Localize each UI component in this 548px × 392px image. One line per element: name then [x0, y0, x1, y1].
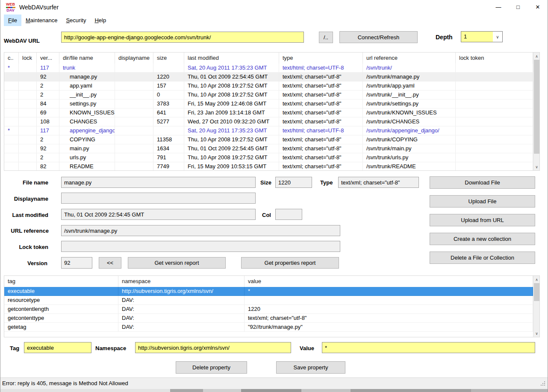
connect-refresh-button[interactable]: Connect/Refresh [339, 31, 418, 43]
cell-collection [4, 153, 19, 162]
tag-input[interactable] [24, 342, 91, 353]
table-row[interactable]: 82README7749Fri, 15 May 2009 10:53:15 GM… [4, 162, 533, 170]
table-row[interactable]: 92main.py1634Thu, 01 Oct 2009 22:54:45 G… [4, 144, 533, 153]
download-file-button[interactable]: Download File [430, 176, 535, 189]
table-row[interactable]: 69KNOWN_ISSUES641Fri, 23 Jan 2009 13:14:… [4, 108, 533, 117]
cell-value: * [245, 287, 533, 296]
resize-grip[interactable] [544, 385, 545, 386]
file-name-field[interactable] [61, 177, 256, 188]
properties-table-header[interactable]: tagnamespacevalue [4, 276, 533, 287]
menu-item-security[interactable]: Security [62, 15, 90, 26]
maximize-icon[interactable]: □ [508, 0, 528, 14]
properties-table-body: executablehttp://subversion.tigris.org/x… [4, 287, 533, 332]
scroll-down-icon[interactable]: ∨ [533, 330, 540, 337]
column-header-lock-token[interactable]: lock token [456, 53, 533, 64]
cell-size [153, 64, 184, 73]
cell-url: /svn/trunk/__init__.py [363, 91, 456, 99]
previous-version-button[interactable]: << [99, 257, 121, 269]
namespace-input[interactable] [135, 342, 291, 353]
scrollbar-thumb[interactable] [534, 60, 539, 154]
table-row[interactable]: 108CHANGES5277Wed, 27 Oct 2010 09:32:20 … [4, 117, 533, 126]
table-row[interactable]: 92manage.py1220Thu, 01 Oct 2009 22:54:45… [4, 73, 533, 82]
cell-tag: getetag [4, 323, 118, 332]
upload-from-url-button[interactable]: Upload from URL [430, 214, 535, 226]
get-version-report-button[interactable]: Get version report [128, 257, 226, 269]
cell-lock [19, 117, 37, 126]
column-header-url[interactable]: url reference [363, 53, 456, 64]
version-field[interactable] [61, 257, 92, 269]
column-header-size[interactable]: size [153, 53, 184, 64]
menu-item-file[interactable]: File [4, 15, 21, 26]
webdav-url-label: WebDAV URL [4, 38, 40, 44]
cell-size: 641 [153, 108, 184, 117]
cell-collection [4, 117, 19, 126]
column-header-lock[interactable]: lock [19, 53, 37, 64]
column-header-tag[interactable]: tag [4, 276, 118, 287]
get-properties-report-button[interactable]: Get properties report [241, 257, 339, 269]
delete-file-collection-button[interactable]: Delete a File or Collection [430, 252, 535, 264]
properties-scrollbar[interactable]: ∧ ∨ [533, 276, 539, 337]
column-header-modified[interactable]: last modified [184, 53, 279, 64]
save-property-button[interactable]: Save property [276, 361, 345, 374]
cell-lock [19, 99, 37, 108]
column-header-value[interactable]: value [245, 276, 533, 287]
column-header-version[interactable]: ver... [37, 53, 59, 64]
table-row[interactable]: getetagDAV:"92//trunk/manage.py" [4, 323, 533, 332]
column-header-type[interactable]: type [279, 53, 363, 64]
file-table-scrollbar[interactable]: ∧ ∨ [533, 53, 539, 170]
scroll-down-icon[interactable]: ∨ [533, 163, 540, 170]
delete-property-button[interactable]: Delete property [176, 361, 247, 374]
last-modified-field[interactable] [61, 209, 256, 220]
col-field[interactable] [275, 209, 302, 220]
table-row[interactable]: 2urls.py791Thu, 10 Apr 2008 19:27:52 GMT… [4, 153, 533, 162]
lock-token-field[interactable] [61, 241, 340, 252]
table-row[interactable]: *117appengine_djangoSat, 20 Aug 2011 17:… [4, 126, 533, 135]
cell-lock-token [456, 99, 533, 108]
type-field[interactable] [338, 177, 419, 188]
table-row[interactable]: executablehttp://subversion.tigris.org/x… [4, 287, 533, 296]
close-icon[interactable]: ✕ [528, 0, 548, 14]
webdav-url-input[interactable] [61, 32, 304, 43]
value-input[interactable] [322, 342, 535, 353]
column-header-collection[interactable]: c.. [4, 53, 19, 64]
tag-label: Tag [10, 345, 19, 351]
cell-displayname [115, 117, 153, 126]
cell-value [245, 296, 533, 305]
table-row[interactable]: getcontentlengthDAV:1220 [4, 305, 533, 314]
minimize-icon[interactable]: — [489, 0, 508, 14]
depth-select[interactable]: 1 ∨ [461, 31, 503, 42]
cell-lock [19, 73, 37, 82]
up-directory-button[interactable]: /.. [319, 32, 333, 43]
column-header-namespace[interactable]: namespace [118, 276, 245, 287]
menu-item-maintenance[interactable]: Maintenance [21, 15, 62, 26]
cell-collection [4, 91, 19, 99]
size-field[interactable] [275, 177, 312, 188]
displayname-field[interactable] [61, 193, 256, 204]
cell-lock [19, 82, 37, 91]
url-reference-field[interactable] [61, 225, 340, 236]
table-row[interactable]: 2app.yaml157Thu, 10 Apr 2008 19:27:52 GM… [4, 82, 533, 91]
file-table-header[interactable]: c..lockver...dir/file namedisplaynamesiz… [4, 53, 533, 64]
table-row[interactable]: 2COPYING11358Thu, 10 Apr 2008 19:27:52 G… [4, 135, 533, 144]
scroll-up-icon[interactable]: ∧ [533, 276, 540, 283]
cell-namespace: DAV: [118, 323, 245, 332]
scroll-up-icon[interactable]: ∧ [533, 53, 540, 60]
table-row[interactable]: 2__init__.py0Thu, 10 Apr 2008 19:27:52 G… [4, 91, 533, 99]
cell-version: 82 [37, 162, 59, 170]
table-row[interactable]: *117trunkSat, 20 Aug 2011 17:35:23 GMTte… [4, 64, 533, 73]
cell-displayname [115, 91, 153, 99]
cell-type: text/xml; charset="utf-8" [279, 82, 363, 91]
menu-item-help[interactable]: Help [90, 15, 110, 26]
column-header-name[interactable]: dir/file name [59, 53, 115, 64]
table-row[interactable]: 84settings.py3783Fri, 15 May 2009 12:46:… [4, 99, 533, 108]
cell-modified: Fri, 23 Jan 2009 13:14:18 GMT [184, 108, 279, 117]
table-row[interactable]: getcontenttypeDAV:text/xml; charset="utf… [4, 314, 533, 323]
cell-name: CHANGES [59, 117, 115, 126]
table-row[interactable]: resourcetypeDAV: [4, 296, 533, 305]
chevron-down-icon[interactable]: ∨ [493, 32, 502, 42]
scrollbar-thumb[interactable] [534, 283, 539, 301]
column-header-displayname[interactable]: displayname [115, 53, 153, 64]
cell-collection [4, 82, 19, 91]
upload-file-button[interactable]: Upload File [430, 195, 535, 208]
create-collection-button[interactable]: Create a new collection [430, 233, 535, 245]
